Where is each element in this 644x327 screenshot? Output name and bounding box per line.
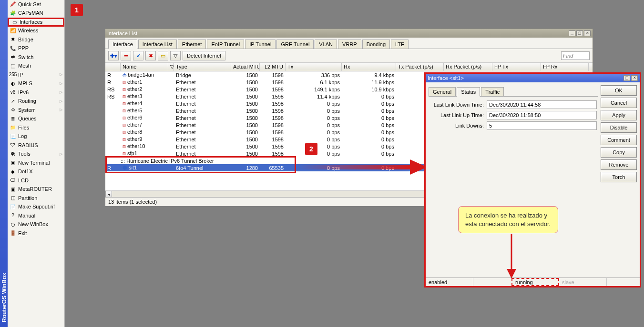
tab-interface[interactable]: Interface	[108, 40, 137, 49]
sidebar-icon: ⇄	[10, 54, 16, 60]
sidebar-item-bridge[interactable]: ✖Bridge	[8, 35, 64, 44]
find-input[interactable]	[561, 51, 590, 60]
sidebar-item-new-terminal[interactable]: ▣New Terminal	[8, 159, 64, 168]
sidebar-item-log[interactable]: 📃Log	[8, 132, 64, 141]
enable-button[interactable]: ✔	[133, 51, 143, 60]
sidebar-label: Mesh	[18, 63, 62, 69]
sidebar-item-make-supout-rif[interactable]: 📄Make Supout.rif	[8, 203, 64, 212]
comment-button[interactable]: Comment	[601, 135, 637, 145]
col-rxpacket[interactable]: Rx Packet (p/s)	[444, 63, 492, 71]
sidebar-item-ip[interactable]: 255IP▷	[8, 70, 64, 79]
disable-button[interactable]: ✖	[145, 51, 156, 60]
sidebar-item-partition[interactable]: ◫Partition	[8, 194, 64, 203]
tab-vlan[interactable]: VLAN	[315, 40, 337, 49]
col-l2mtu[interactable]: L2 MTU	[260, 63, 286, 71]
col-type[interactable]: Type	[174, 63, 231, 71]
sidebar-item-new-winbox[interactable]: ⭮New WinBox	[8, 220, 64, 229]
sidebar-item-mesh[interactable]: ⬚Mesh	[8, 62, 64, 71]
copy-button[interactable]: Copy	[601, 147, 637, 158]
find-box	[561, 51, 590, 60]
sidebar-item-mpls[interactable]: ◐MPLS▷	[8, 79, 64, 89]
field-value[interactable]: 5	[487, 121, 597, 130]
chevron-right-icon: ▷	[60, 90, 62, 94]
sidebar-icon: ▣	[10, 186, 16, 192]
remove-button[interactable]: ━	[121, 51, 131, 60]
col-sort-icon[interactable]: ▽	[168, 63, 174, 71]
sidebar-icon: 📶	[10, 27, 16, 34]
sidebar-item-wireless[interactable]: 📶Wireless	[8, 27, 64, 36]
apply-button[interactable]: Apply	[601, 110, 637, 120]
sidebar-item-ppp[interactable]: 📞PPP	[8, 44, 64, 53]
col-txpacket[interactable]: Tx Packet (p/s)	[396, 63, 444, 71]
sidebar-item-capsman[interactable]: 🧩CAPsMAN	[8, 9, 64, 18]
col-name[interactable]: Name	[121, 63, 168, 71]
window-titlebar[interactable]: Interface List ▁ ▢ ✕	[105, 29, 593, 38]
maximize-button[interactable]: ▢	[576, 30, 583, 36]
sidebar-item-quick-set[interactable]: 🖍️Quick Set	[8, 0, 64, 9]
sidebar-icon: 📃	[10, 133, 16, 139]
field-value[interactable]: Dec/30/2020 11:58:50	[487, 111, 597, 119]
filter-button[interactable]: ▽	[170, 51, 181, 60]
comment-button[interactable]: ▭	[158, 51, 168, 60]
tab-ip-tunnel[interactable]: IP Tunnel	[245, 40, 276, 49]
col-flags[interactable]	[105, 63, 121, 71]
detail-titlebar[interactable]: Interface <sit1> ▢ ✕	[426, 74, 640, 82]
sidebar-item-files[interactable]: 📁Files	[8, 123, 64, 132]
detail-maximize-button[interactable]: ▢	[624, 75, 630, 81]
sidebar-label: CAPsMAN	[18, 10, 62, 16]
tab-eoip-tunnel[interactable]: EoIP Tunnel	[207, 40, 244, 49]
torch-button[interactable]: Torch	[601, 172, 637, 182]
sidebar-item-queues[interactable]: ≣Queues	[8, 115, 64, 124]
sidebar-item-metarouter[interactable]: ▣MetaROUTER	[8, 185, 64, 194]
scroll-left-icon[interactable]: ◂	[105, 191, 112, 198]
chevron-right-icon: ▷	[60, 81, 62, 86]
sidebar-item-ipv6[interactable]: v6IPv6▷	[8, 88, 64, 97]
sidebar-item-system[interactable]: ⚙System▷	[8, 106, 64, 115]
col-fptx[interactable]: FP Tx	[492, 63, 541, 71]
status-slave: slave	[559, 278, 607, 286]
col-mtu[interactable]: Actual MTU	[231, 63, 260, 71]
add-button[interactable]: ✚▾	[108, 51, 119, 60]
sidebar-icon: 🖍️	[10, 1, 16, 8]
svg-marker-3	[507, 269, 516, 278]
detail-status-bar: enabled running slave	[426, 277, 640, 286]
col-tx[interactable]: Tx	[286, 63, 342, 71]
sidebar-label: Routing	[18, 98, 60, 104]
sidebar-item-lcd[interactable]: 🖵LCD	[8, 176, 64, 185]
tab-lte[interactable]: LTE	[391, 40, 409, 49]
detail-tab-traffic[interactable]: Traffic	[481, 87, 504, 96]
detail-tab-status[interactable]: Status	[457, 87, 480, 97]
detail-tab-general[interactable]: General	[429, 87, 456, 96]
chevron-right-icon: ▷	[60, 152, 62, 156]
sidebar-icon: ⚙	[10, 107, 16, 113]
col-fprx[interactable]: FP Rx	[541, 63, 589, 71]
sidebar-item-dot1x[interactable]: ◆Dot1X	[8, 168, 64, 177]
ok-button[interactable]: OK	[601, 85, 637, 96]
field-value[interactable]: Dec/30/2020 11:44:58	[487, 100, 597, 109]
sidebar-label: RADIUS	[18, 142, 62, 148]
sidebar-item-radius[interactable]: 🛡RADIUS	[8, 141, 64, 150]
sidebar-item-manual[interactable]: ?Manual	[8, 211, 64, 220]
detail-close-button[interactable]: ✕	[631, 75, 638, 81]
disable-button[interactable]: Disable	[601, 122, 637, 133]
tab-bonding[interactable]: Bonding	[362, 40, 390, 49]
app-title-bar: RouterOS WinBox	[0, 0, 8, 327]
col-rx[interactable]: Rx	[342, 63, 396, 71]
tab-gre-tunnel[interactable]: GRE Tunnel	[276, 40, 314, 49]
close-button[interactable]: ✕	[584, 30, 591, 36]
sidebar-item-routing[interactable]: ↗Routing▷	[8, 97, 64, 106]
tab-vrrp[interactable]: VRRP	[338, 40, 361, 49]
sidebar-item-switch[interactable]: ⇄Switch	[8, 53, 64, 62]
sidebar-item-exit[interactable]: 🚪Exit	[8, 229, 64, 238]
sidebar-label: Bridge	[18, 37, 62, 42]
tab-interface-list[interactable]: Interface List	[138, 40, 177, 49]
sidebar-item-tools[interactable]: 🛠Tools▷	[8, 150, 64, 159]
detect-internet-button[interactable]: Detect Internet	[183, 51, 225, 60]
sidebar-item-interfaces[interactable]: ▭Interfaces	[8, 18, 64, 27]
cancel-button[interactable]: Cancel	[601, 98, 637, 108]
minimize-button[interactable]: ▁	[569, 30, 575, 36]
tab-ethernet[interactable]: Ethernet	[178, 40, 206, 49]
remove-button[interactable]: Remove	[601, 159, 637, 170]
sidebar-icon: ⬚	[10, 62, 16, 69]
field-row: Last Link Up Time:Dec/30/2020 11:58:50	[429, 111, 597, 119]
